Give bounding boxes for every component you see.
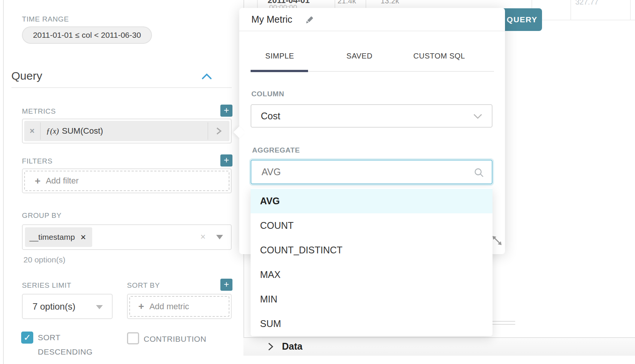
column-select[interactable]: Cost	[251, 104, 493, 128]
series-limit-value: 7 option(s)	[33, 301, 75, 312]
time-range-pill[interactable]: 2011-01-01 ≤ col < 2011-06-30	[22, 26, 152, 44]
search-icon	[474, 168, 484, 178]
aggregate-option-count-distinct[interactable]: COUNT_DISTINCT	[251, 238, 493, 262]
series-limit-select[interactable]: 7 option(s)	[22, 294, 113, 319]
table-column-border	[366, 0, 366, 8]
aggregate-option-max[interactable]: MAX	[251, 262, 493, 287]
clear-select-icon[interactable]: ×	[200, 231, 206, 242]
group-by-tag[interactable]: __timestamp ✕	[25, 227, 92, 247]
chevron-down-icon	[473, 113, 483, 119]
tab-saved[interactable]: SAVED	[347, 52, 373, 60]
resize-handle-icon[interactable]	[491, 235, 503, 246]
select-caret-icon[interactable]	[216, 235, 223, 239]
metric-name: SUM(Cost)	[62, 126, 103, 136]
tab-simple[interactable]: SIMPLE	[265, 52, 294, 60]
aggregate-option-count[interactable]: COUNT	[251, 213, 493, 238]
metric-pill[interactable]: × ƒ(x) SUM(Cost)	[24, 121, 229, 141]
aggregate-label: AGGREGATE	[252, 146, 300, 154]
add-metric-button[interactable]: +	[220, 105, 232, 117]
section-divider	[11, 87, 232, 88]
sort-by-label: SORT BY	[127, 281, 160, 290]
collapse-section-icon[interactable]	[201, 72, 212, 81]
add-filter-button[interactable]: +	[220, 154, 232, 167]
add-sort-metric-placeholder: Add metric	[149, 302, 189, 312]
check-icon: ✓	[23, 332, 31, 343]
table-column-border	[257, 0, 258, 8]
filters-label: FILTERS	[22, 157, 53, 165]
column-label: COLUMN	[251, 90, 284, 98]
group-by-tag-label: __timestamp	[29, 233, 75, 242]
edit-title-pencil-icon[interactable]	[304, 15, 314, 25]
table-row-border	[542, 20, 635, 20]
time-range-label: TIME RANGE	[22, 15, 69, 23]
data-panel-header[interactable]: Data	[243, 337, 635, 356]
sort-descending-label: SORT DESCENDING	[38, 330, 89, 359]
fx-icon: ƒ(x)	[46, 126, 59, 136]
table-cell-value: 327.77	[575, 0, 598, 6]
group-by-options-hint: 20 option(s)	[23, 255, 65, 264]
add-sort-metric-dropzone[interactable]: + Add metric	[129, 296, 229, 317]
chevron-right-icon[interactable]	[266, 342, 275, 352]
metrics-label: METRICS	[22, 107, 56, 116]
table-column-border	[531, 0, 532, 8]
plus-icon: +	[138, 301, 144, 312]
panel-left-border	[3, 0, 4, 364]
data-panel-title: Data	[282, 341, 302, 352]
add-filter-placeholder: Add filter	[46, 176, 79, 186]
edit-metric-chevron-icon[interactable]	[208, 126, 229, 136]
sort-descending-checkbox[interactable]: ✓	[21, 332, 33, 344]
contribution-checkbox[interactable]	[127, 332, 139, 344]
remove-tag-icon[interactable]: ✕	[80, 233, 86, 242]
select-caret-icon	[96, 305, 103, 309]
contribution-label: CONTRIBUTION	[144, 335, 206, 344]
aggregate-search-input[interactable]	[261, 166, 474, 178]
table-column-border	[630, 0, 631, 20]
group-by-label: GROUP BY	[22, 211, 62, 220]
tab-custom-sql[interactable]: CUSTOM SQL	[414, 52, 465, 60]
chart-builder-screen: 2011-04-01 00:00:00 21.4k 13.2k 327.77 R…	[0, 0, 635, 364]
aggregate-options-dropdown: AVG COUNT COUNT_DISTINCT MAX MIN SUM	[251, 188, 493, 336]
aggregate-option-avg[interactable]: AVG	[251, 189, 493, 213]
remove-metric-icon[interactable]: ×	[24, 126, 40, 136]
plus-icon: +	[35, 175, 40, 187]
query-section-title: Query	[11, 69, 42, 82]
tab-active-ink-bar	[251, 70, 308, 72]
popover-header-divider	[239, 31, 505, 31]
table-column-border	[570, 0, 571, 20]
add-sort-metric-button[interactable]: +	[220, 279, 232, 291]
column-value: Cost	[261, 111, 280, 122]
time-range-value: 2011-01-01 ≤ col < 2011-06-30	[33, 31, 141, 40]
aggregate-option-sum[interactable]: SUM	[251, 312, 493, 336]
table-column-border	[335, 0, 335, 8]
popover-title: My Metric	[251, 14, 292, 25]
table-cell-value: 13.2k	[381, 0, 399, 5]
series-limit-label: SERIES LIMIT	[22, 281, 71, 290]
add-filter-dropzone[interactable]: + Add filter	[24, 171, 229, 191]
pill-divider	[40, 122, 41, 140]
aggregate-search-box[interactable]	[251, 160, 493, 184]
aggregate-option-min[interactable]: MIN	[251, 287, 493, 312]
table-cell-value: 21.4k	[338, 0, 356, 5]
